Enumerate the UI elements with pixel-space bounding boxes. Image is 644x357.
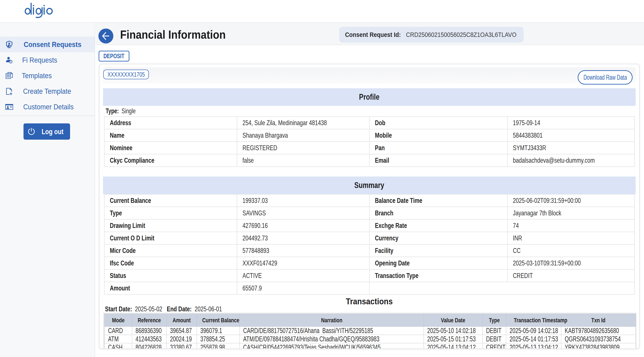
svg-text:₹: ₹ xyxy=(10,61,12,63)
